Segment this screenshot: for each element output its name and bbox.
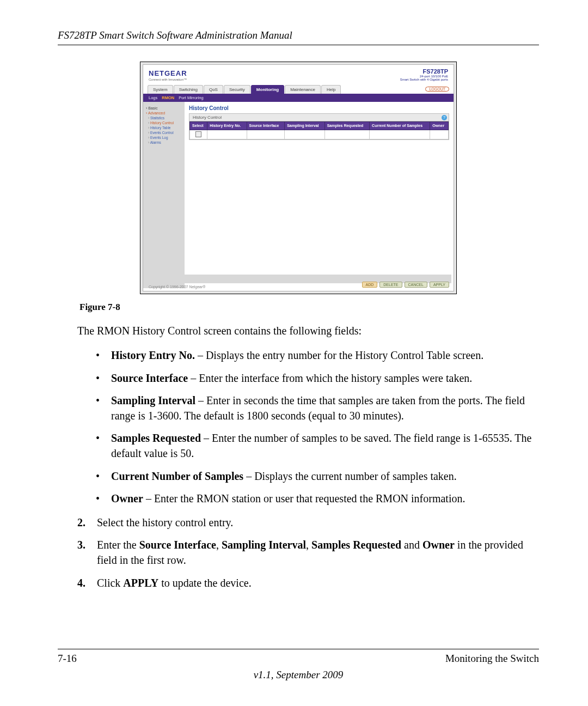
header-rule bbox=[58, 45, 539, 45]
field-current-number: Current Number of Samples – Displays the… bbox=[96, 469, 539, 484]
col-current-number: Current Number of Samples bbox=[370, 122, 430, 130]
button-bar: ADD DELETE CANCEL APPLY bbox=[362, 282, 449, 288]
subtab-logs[interactable]: Logs bbox=[149, 95, 157, 100]
field-owner: Owner – Enter the RMON station or user t… bbox=[96, 491, 539, 507]
subtab-port-mirroring[interactable]: Port Mirroring bbox=[179, 95, 203, 100]
intro-paragraph: The RMON History Control screen contains… bbox=[77, 324, 539, 338]
cell-owner[interactable] bbox=[430, 130, 449, 139]
help-icon[interactable]: ? bbox=[442, 115, 447, 120]
panel-title: History Control bbox=[189, 105, 449, 111]
screenshot-figure: NETGEAR Connect with Innovation™ FS728TP… bbox=[140, 62, 457, 294]
step-4: Click APPLY to update the device. bbox=[77, 576, 539, 591]
history-control-table: Select History Entry No. Source Interfac… bbox=[189, 121, 449, 139]
sidebar-item-history-table[interactable]: History Table bbox=[148, 126, 182, 130]
sidebar-item-alarms[interactable]: Alarms bbox=[148, 141, 182, 144]
step-3: Enter the Source Interface, Sampling Int… bbox=[77, 538, 539, 568]
col-source-interface: Source Interface bbox=[247, 122, 285, 130]
sidebar-advanced[interactable]: › Advanced bbox=[146, 111, 182, 115]
field-samples-requested: Samples Requested – Enter the number of … bbox=[96, 431, 539, 461]
logo-tagline: Connect with Innovation™ bbox=[149, 78, 187, 81]
tab-maintenance[interactable]: Maintenance bbox=[285, 85, 321, 94]
step-2: Select the history control entry. bbox=[77, 515, 539, 531]
sidebar-item-history-control[interactable]: History Control bbox=[148, 121, 182, 125]
col-entry-no: History Entry No. bbox=[207, 122, 247, 130]
version-line: v1.1, September 2009 bbox=[58, 669, 539, 681]
page-number: 7-16 bbox=[58, 653, 77, 665]
field-list: History Entry No. – Displays the entry n… bbox=[96, 348, 539, 507]
sidebar-item-events-log[interactable]: Events Log bbox=[148, 136, 182, 139]
field-history-entry: History Entry No. – Displays the entry n… bbox=[96, 348, 539, 363]
sidebar: › Basic › Advanced Statistics History Co… bbox=[143, 102, 185, 288]
cell-samples-requested[interactable] bbox=[324, 130, 369, 139]
tab-system[interactable]: System bbox=[148, 85, 173, 94]
main-tabs: System Switching QoS Security Monitoring… bbox=[143, 84, 454, 94]
page-footer: 7-16 Monitoring the Switch v1.1, Septemb… bbox=[58, 649, 539, 681]
section-title: Monitoring the Switch bbox=[445, 653, 539, 665]
sidebar-item-events-control[interactable]: Events Control bbox=[148, 131, 182, 135]
delete-button[interactable]: DELETE bbox=[379, 282, 402, 288]
panel-subhead: History Control ? bbox=[189, 114, 449, 121]
field-source-interface: Source Interface – Enter the interface f… bbox=[96, 371, 539, 386]
cell-entry-no[interactable] bbox=[207, 130, 247, 139]
tab-security[interactable]: Security bbox=[224, 85, 250, 94]
row-checkbox[interactable] bbox=[195, 131, 201, 137]
cell-sampling-interval[interactable] bbox=[285, 130, 324, 139]
model-label: FS728TP 24-port 10/100 PoE Smart Switch … bbox=[400, 68, 448, 81]
tab-help[interactable]: Help bbox=[321, 85, 341, 94]
tab-monitoring[interactable]: Monitoring bbox=[251, 85, 284, 94]
logout-button[interactable]: LOGOUT bbox=[425, 87, 449, 92]
cancel-button[interactable]: CANCEL bbox=[405, 282, 427, 288]
tab-switching[interactable]: Switching bbox=[174, 85, 203, 94]
subtab-rmon[interactable]: RMON bbox=[162, 95, 174, 100]
col-select: Select bbox=[190, 122, 207, 130]
copyright-text: Copyright © 1996-2007 Netgear® bbox=[149, 285, 206, 289]
cell-source-interface[interactable] bbox=[247, 130, 285, 139]
col-samples-requested: Samples Requested bbox=[324, 122, 369, 130]
add-button[interactable]: ADD bbox=[362, 282, 378, 288]
sidebar-basic[interactable]: › Basic bbox=[146, 106, 182, 110]
col-sampling-interval: Sampling Interval bbox=[285, 122, 324, 130]
cell-current-number bbox=[370, 130, 430, 139]
col-owner: Owner bbox=[430, 122, 449, 130]
sidebar-item-statistics[interactable]: Statistics bbox=[148, 116, 182, 120]
tab-qos[interactable]: QoS bbox=[204, 85, 223, 94]
field-sampling-interval: Sampling Interval – Enter in seconds the… bbox=[96, 393, 539, 423]
main-panel: History Control History Control ? Select… bbox=[185, 102, 454, 288]
netgear-logo: NETGEAR bbox=[149, 69, 187, 77]
table-row[interactable] bbox=[190, 130, 449, 139]
sub-tabs: Logs RMON Port Mirroring bbox=[143, 94, 454, 102]
apply-button[interactable]: APPLY bbox=[430, 282, 449, 288]
running-header: FS728TP Smart Switch Software Administra… bbox=[58, 29, 539, 41]
step-list: Select the history control entry. Enter … bbox=[77, 515, 539, 591]
figure-caption: Figure 7-8 bbox=[79, 302, 539, 313]
